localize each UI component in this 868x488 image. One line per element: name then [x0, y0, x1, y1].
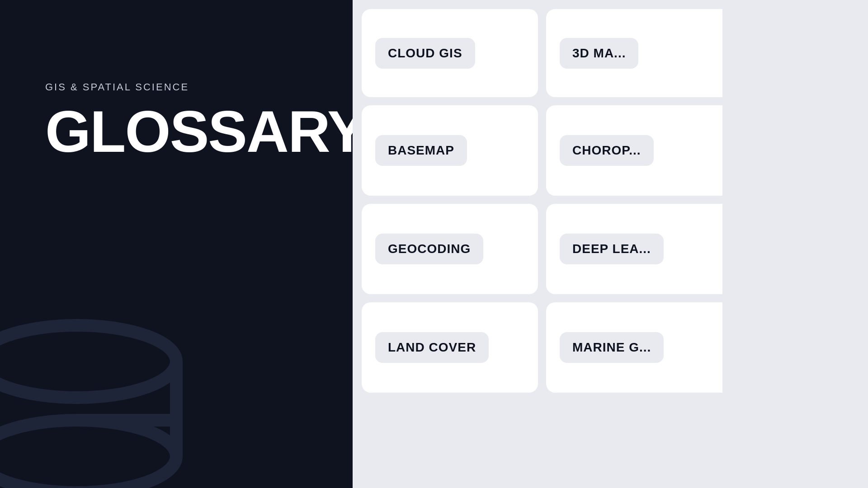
decorative-shape [0, 289, 190, 488]
card-label-basemap: BASEMAP [375, 135, 467, 166]
card-label-choropleth: CHOROP... [560, 135, 654, 166]
svg-point-0 [0, 325, 176, 398]
card-label-marine-gis: MARINE G... [560, 332, 664, 363]
card-label-land-cover: LAND COVER [375, 332, 489, 363]
card-land-cover[interactable]: LAND COVER [362, 302, 538, 393]
card-3d-mapping[interactable]: 3D MA... [546, 9, 722, 97]
subtitle: GIS & SPATIAL SCIENCE [45, 81, 326, 93]
left-panel: GIS & SPATIAL SCIENCE GLOSSARY [0, 0, 353, 488]
card-basemap[interactable]: BASEMAP [362, 105, 538, 196]
card-label-deep-learning: DEEP LEA... [560, 234, 664, 264]
card-marine-gis[interactable]: MARINE G... [546, 302, 722, 393]
card-deep-learning[interactable]: DEEP LEA... [546, 204, 722, 294]
right-panel: CLOUD GIS 3D MA... BASEMAP CHOROP... GEO… [353, 0, 868, 488]
card-label-cloud-gis: CLOUD GIS [375, 38, 475, 69]
card-cloud-gis[interactable]: CLOUD GIS [362, 9, 538, 97]
card-choropleth[interactable]: CHOROP... [546, 105, 722, 196]
svg-point-1 [0, 420, 176, 488]
main-title: GLOSSARY [45, 102, 326, 161]
card-label-geocoding: GEOCODING [375, 234, 483, 264]
card-geocoding[interactable]: GEOCODING [362, 204, 538, 294]
card-label-3d-mapping: 3D MA... [560, 38, 638, 69]
